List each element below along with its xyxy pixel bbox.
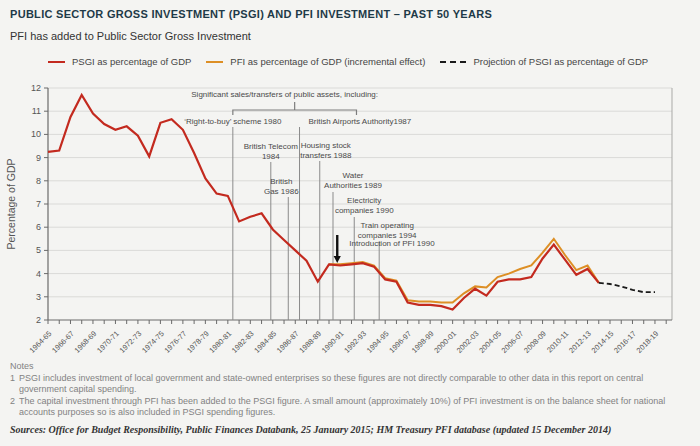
svg-text:1990-91: 1990-91 [320,329,346,355]
svg-text:2012-13: 2012-13 [567,329,593,355]
pfi-line [329,239,599,303]
svg-text:British Telecom: British Telecom [244,142,298,151]
svg-text:2018-19: 2018-19 [635,329,661,355]
svg-text:1966-67: 1966-67 [50,329,76,355]
svg-text:1996-97: 1996-97 [387,329,413,355]
note-number: 1 [10,373,19,396]
svg-text:1972-73: 1972-73 [118,329,144,355]
svg-text:3: 3 [36,292,41,302]
svg-text:1984-85: 1984-85 [252,329,278,355]
svg-text:1992-93: 1992-93 [342,329,368,355]
report-chart-page: PUBLIC SECTOR GROSS INVESTMENT (PSGI) AN… [0,0,700,446]
projection-line [599,283,655,292]
svg-text:1970-71: 1970-71 [95,329,121,355]
svg-text:2002-03: 2002-03 [455,329,481,355]
svg-text:5: 5 [36,245,41,255]
svg-text:11: 11 [32,106,41,116]
svg-text:1984: 1984 [262,152,280,161]
svg-text:1988-89: 1988-89 [297,329,323,355]
svg-text:transfers 1988: transfers 1988 [300,151,352,160]
note-text: The capital investment through PFI has b… [19,396,690,419]
svg-text:2008-09: 2008-09 [522,329,548,355]
svg-text:British Airports Authority1987: British Airports Authority1987 [309,117,412,126]
svg-text:British: British [270,177,292,186]
annotation-group-label: Significant sales/transfers of public as… [191,90,378,99]
svg-text:2004-05: 2004-05 [477,329,503,355]
svg-text:12: 12 [31,83,41,93]
svg-text:‘Right-to-buy’ scheme 1980: ‘Right-to-buy’ scheme 1980 [184,117,282,126]
note-text: PSGI includes investment of local govern… [19,373,690,396]
svg-text:1978-79: 1978-79 [185,329,211,355]
svg-text:Train operating: Train operating [360,221,414,230]
chart-notes: Notes 1 PSGI includes investment of loca… [10,361,690,435]
svg-text:2: 2 [36,315,41,325]
svg-text:1980-81: 1980-81 [207,329,233,355]
svg-text:Introduction of PFI 1990: Introduction of PFI 1990 [349,239,435,248]
svg-text:2000-01: 2000-01 [432,329,458,355]
svg-text:1994-95: 1994-95 [365,329,391,355]
svg-text:Housing stock: Housing stock [301,141,352,150]
x-axis: 1964-651966-671968-691970-711972-731974-… [28,320,667,355]
svg-text:Authorities 1989: Authorities 1989 [324,181,382,190]
svg-text:1982-83: 1982-83 [230,329,256,355]
bracket [233,102,357,115]
svg-text:8: 8 [36,176,41,186]
svg-text:2016-17: 2016-17 [612,329,638,355]
svg-text:2014-15: 2014-15 [590,329,616,355]
svg-text:Water: Water [342,171,363,180]
svg-text:1964-65: 1964-65 [28,329,54,355]
svg-text:1968-69: 1968-69 [73,329,99,355]
notes-heading: Notes [10,361,690,373]
svg-text:Gas 1986: Gas 1986 [264,187,299,196]
svg-text:1998-99: 1998-99 [410,329,436,355]
svg-text:10: 10 [31,129,41,139]
note-item: 2 The capital investment through PFI has… [10,396,690,419]
note-number: 2 [10,396,19,419]
svg-text:Electricity: Electricity [347,196,381,205]
svg-text:9: 9 [36,153,41,163]
svg-text:1976-77: 1976-77 [162,329,188,355]
psgi-line [48,95,599,310]
svg-text:7: 7 [36,199,41,209]
note-item: 1 PSGI includes investment of local gove… [10,373,690,396]
sources-line: Sources: Office for Budget Responsibilit… [10,424,690,436]
svg-text:2006-07: 2006-07 [500,329,526,355]
svg-text:1974-75: 1974-75 [140,329,166,355]
y-axis-title: Percentage of GDP [5,158,17,249]
svg-text:6: 6 [36,222,41,232]
svg-text:4: 4 [36,269,41,279]
svg-text:1986-87: 1986-87 [275,329,301,355]
svg-text:2010-11: 2010-11 [545,329,570,354]
y-axis: 23456789101112Percentage of GDP [5,83,48,325]
svg-text:companies 1990: companies 1990 [335,206,394,215]
